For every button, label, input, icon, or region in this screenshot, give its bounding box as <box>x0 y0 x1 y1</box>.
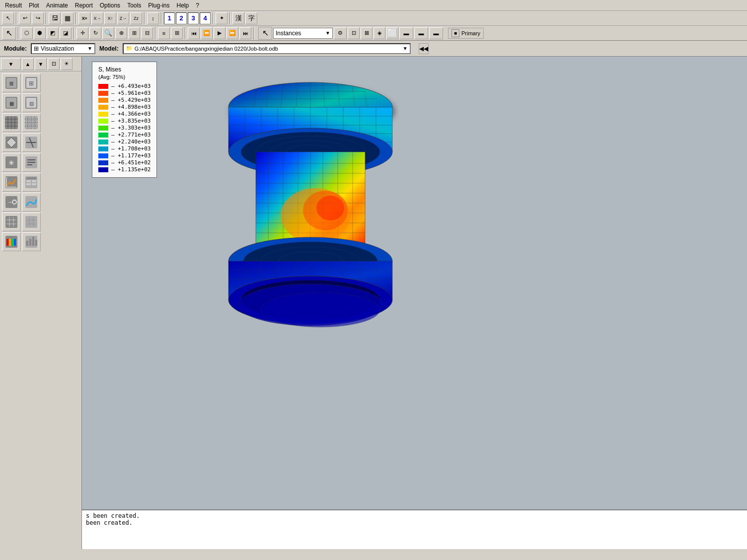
select-tool[interactable]: ↖ <box>2 12 14 24</box>
view-xt[interactable]: X↑ <box>104 12 116 24</box>
icon-cut[interactable] <box>2 133 21 152</box>
menu-tools[interactable]: Tools <box>124 1 144 10</box>
cursor-btn[interactable]: ↖ <box>2 27 16 40</box>
save-button[interactable]: 🖫 <box>49 12 61 24</box>
menu-report[interactable]: Report <box>72 1 96 10</box>
grid-button[interactable]: ▦ <box>62 12 74 24</box>
icon-probe[interactable]: ✳ <box>2 153 21 172</box>
menu-animate[interactable]: Animate <box>43 1 71 10</box>
cube-wire-btn[interactable]: ⬡ <box>21 27 33 39</box>
pan-btn[interactable]: ✛ <box>76 27 88 39</box>
icon-mesh2[interactable] <box>2 212 21 231</box>
console-line1: s been created. <box>86 512 743 519</box>
legend-value: — +5.429e+03 <box>111 97 150 103</box>
legend-color-swatch <box>98 146 108 151</box>
view-zz[interactable]: Zz <box>130 12 142 24</box>
left-dn[interactable]: ▼ <box>35 58 47 70</box>
icon-grid2[interactable] <box>2 113 21 132</box>
icon-xy[interactable] <box>2 173 21 192</box>
kanji1-btn[interactable]: 漢 <box>232 12 244 24</box>
cube-solid-btn[interactable]: ⬢ <box>34 27 46 39</box>
cube-corner-btn[interactable]: ◩ <box>47 27 59 39</box>
adjust-btn[interactable]: ⊟ <box>141 27 153 39</box>
instances-toggle[interactable]: ⬜ <box>386 27 398 39</box>
menu-qmark[interactable]: ? <box>193 1 202 10</box>
legend-color-swatch <box>98 98 108 103</box>
icon-color2[interactable] <box>2 232 21 251</box>
play-start-btn[interactable]: ⏮ <box>188 27 200 39</box>
step-num2[interactable]: 2 <box>176 12 187 24</box>
play-end-btn[interactable]: ⏭ <box>239 27 251 39</box>
step-num1[interactable]: 1 <box>164 12 175 24</box>
legend-row: — +1.708e+03 <box>98 145 150 152</box>
bolt-3d-model <box>156 62 504 335</box>
legend-color-swatch <box>98 126 108 131</box>
bolt-svg <box>156 62 504 340</box>
undo-button[interactable]: ↩ <box>19 12 31 24</box>
legend-row: — +2.240e+03 <box>98 139 150 145</box>
legend-value: — +4.366e+03 <box>111 111 150 117</box>
instances-display[interactable]: ◈ <box>374 27 385 39</box>
icon-grid3[interactable] <box>22 113 41 132</box>
menu-options[interactable]: Options <box>97 1 123 10</box>
instances-list2[interactable]: ▬ <box>414 27 428 39</box>
legend-entries: — +6.493e+03— +5.961e+03— +5.429e+03— +4… <box>98 83 150 173</box>
instances-dropdown[interactable]: Instances ▼ <box>273 28 333 39</box>
instances-select-all[interactable]: ⊡ <box>348 27 360 39</box>
play-btn[interactable]: ▶ <box>214 27 225 39</box>
legend-row: — +1.177e+03 <box>98 152 150 159</box>
list-btn[interactable]: ≡ <box>158 27 170 39</box>
legend-color-swatch <box>98 140 108 144</box>
view-z[interactable]: Z→ <box>117 12 129 24</box>
cube-face-btn[interactable]: ◪ <box>60 27 72 39</box>
legend-color-swatch <box>98 160 108 165</box>
zoom-in-btn[interactable]: ⊕ <box>115 27 127 39</box>
module-select[interactable]: ⊞ Visualization ▼ <box>31 43 95 54</box>
icon-deform[interactable]: ⊞ <box>22 73 41 92</box>
play-fwd-btn[interactable]: ⏩ <box>226 27 238 39</box>
svg-rect-33 <box>27 164 32 165</box>
left-up[interactable]: ▲ <box>22 58 34 70</box>
sep3 <box>75 12 76 24</box>
icon-bar2[interactable] <box>22 232 41 251</box>
instances-deselect[interactable]: ⊠ <box>361 27 373 39</box>
zoom-btn[interactable]: 🔍 <box>102 27 114 39</box>
model-nav-button[interactable]: ◀◀ <box>419 43 429 54</box>
icon-sym[interactable]: ▧ <box>22 93 41 112</box>
icon-overlay[interactable]: ▦ <box>2 93 21 112</box>
step-num4[interactable]: 4 <box>200 12 211 24</box>
toolbar2: ↖ ⬡ ⬢ ◩ ◪ ✛ ↻ 🔍 ⊕ ⊞ ⊟ ≡ ⊞ ⏮ ⏪ ▶ ⏩ ⏭ ↖ In… <box>0 26 747 41</box>
menu-result[interactable]: Result <box>2 1 25 10</box>
left-action1[interactable]: ⊡ <box>48 58 60 70</box>
instances-settings[interactable]: ⚙ <box>334 27 347 39</box>
select-instance-icon[interactable]: ↖ <box>258 27 272 40</box>
fit-btn[interactable]: ⊞ <box>128 27 140 39</box>
step-num3[interactable]: 3 <box>188 12 199 24</box>
star-btn[interactable]: ✦ <box>216 12 227 24</box>
svg-rect-52 <box>25 216 37 228</box>
arrows-btn[interactable]: ↕ <box>147 12 159 24</box>
left-dropdown[interactable]: ▼ <box>1 58 21 70</box>
sep6 <box>213 12 214 24</box>
table-btn[interactable]: ⊞ <box>171 27 183 39</box>
instances-list1[interactable]: ▬ <box>399 27 413 39</box>
instances-list3[interactable]: ▬ <box>429 27 443 39</box>
view-x[interactable]: X→ <box>91 12 103 24</box>
menu-help[interactable]: Help <box>174 1 192 10</box>
play-back-btn[interactable]: ⏪ <box>201 27 213 39</box>
model-path-input[interactable]: 📁 G:/ABAQUSPractice/bangangxingjiedian 0… <box>123 43 411 54</box>
icon-contour[interactable]: ≣ <box>2 73 21 92</box>
icon-region2[interactable] <box>22 212 41 231</box>
icon-path[interactable] <box>22 133 41 152</box>
menu-plot[interactable]: Plot <box>26 1 42 10</box>
redo-button[interactable]: ↪ <box>32 12 44 24</box>
icon-arrow2[interactable]: → <box>2 193 21 211</box>
icon-report2[interactable] <box>22 153 41 172</box>
kanji2-btn[interactable]: 字 <box>245 12 257 24</box>
icon-table2[interactable] <box>22 173 41 192</box>
view-xn[interactable]: Xn <box>78 12 90 24</box>
menu-plugins[interactable]: Plug-ins <box>145 1 172 10</box>
icon-chart2[interactable] <box>22 193 41 211</box>
rotate-btn[interactable]: ↻ <box>89 27 101 39</box>
left-action2[interactable]: ☀ <box>61 58 73 70</box>
